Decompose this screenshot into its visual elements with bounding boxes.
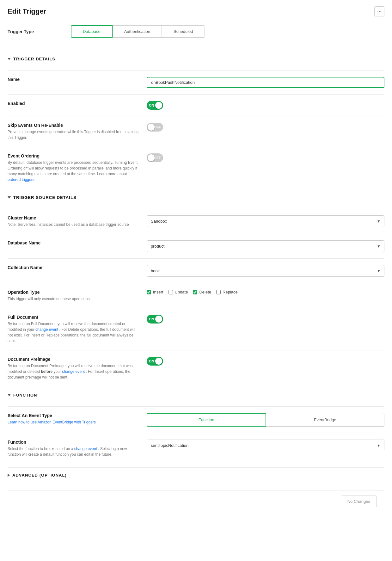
full-document-label: Full Document	[8, 315, 139, 320]
operation-type-checkboxes: Insert Update Delete Replace	[147, 290, 238, 294]
replace-checkbox[interactable]	[216, 290, 221, 294]
advanced-section-title: ADVANCED (OPTIONAL)	[12, 473, 67, 478]
trigger-type-authentication[interactable]: Authentication	[113, 25, 162, 38]
name-label: Name	[8, 77, 139, 82]
trigger-source-section: TRIGGER SOURCE DETAILS Cluster Name Note…	[8, 193, 384, 386]
toggle-knob	[148, 124, 155, 131]
full-document-desc: By turning on Full Document, you will re…	[8, 321, 139, 344]
collection-name-label: Collection Name	[8, 265, 139, 270]
eventbridge-link[interactable]: Learn how to use Amazon EventBridge with…	[8, 420, 96, 424]
cluster-name-row: Cluster Name Note: Serverless instances …	[8, 209, 384, 234]
document-preimage-row: Document Preimage By turning on Document…	[8, 350, 384, 386]
chevron-down-icon	[8, 196, 11, 199]
cluster-name-select-wrapper: Sandbox ▼	[147, 215, 384, 227]
bottom-bar: No Changes	[8, 490, 384, 512]
no-changes-button[interactable]: No Changes	[341, 496, 377, 507]
trigger-details-header: TRIGGER DETAILS	[8, 54, 384, 64]
name-input[interactable]	[147, 77, 384, 88]
replace-checkbox-item[interactable]: Replace	[216, 290, 238, 294]
trigger-type-label: Trigger Type	[8, 29, 71, 34]
enabled-toggle-label: ON	[149, 103, 154, 107]
preimage-change-event-link[interactable]: change event	[62, 369, 85, 374]
function-section: FUNCTION Select An Event Type Learn how …	[8, 390, 384, 464]
chevron-down-icon	[8, 394, 11, 396]
chevron-right-icon	[8, 474, 10, 477]
skip-events-toggle-label: OFF	[154, 125, 161, 129]
enabled-label: Enabled	[8, 101, 139, 106]
event-ordering-desc: By default, database trigger events are …	[8, 160, 139, 182]
ordered-triggers-link[interactable]: ordered triggers	[8, 177, 34, 182]
database-name-select[interactable]: product	[147, 240, 384, 252]
function-row: Function Select the function to be execu…	[8, 433, 384, 464]
trigger-details-title: TRIGGER DETAILS	[13, 57, 55, 61]
full-document-toggle[interactable]: ON	[147, 315, 163, 324]
full-document-change-event-link[interactable]: change event	[35, 327, 58, 332]
toggle-knob	[155, 102, 162, 109]
insert-checkbox-item[interactable]: Insert	[147, 290, 163, 294]
select-event-type-desc: Learn how to use Amazon EventBridge with…	[8, 419, 139, 425]
trigger-type-scheduled[interactable]: Scheduled	[162, 25, 205, 38]
document-preimage-toggle[interactable]: ON	[147, 357, 163, 366]
event-ordering-toggle-label: OFF	[154, 156, 161, 160]
name-row: Name	[8, 70, 384, 94]
trigger-type-buttons: Database Authentication Scheduled	[71, 25, 205, 38]
database-name-row: Database Name product ▼	[8, 234, 384, 258]
more-icon: ···	[377, 9, 381, 14]
insert-label: Insert	[153, 290, 163, 294]
operation-type-row: Operation Type This trigger will only ex…	[8, 283, 384, 308]
function-select[interactable]: sentTopicNotification	[147, 440, 384, 451]
function-desc: Select the function to be executed on a …	[8, 446, 139, 457]
skip-events-label: Skip Events On Re-Enable	[8, 123, 139, 128]
cluster-name-select[interactable]: Sandbox	[147, 215, 384, 227]
function-section-header: FUNCTION	[8, 390, 384, 400]
insert-checkbox[interactable]	[147, 290, 151, 294]
select-event-type-row: Select An Event Type Learn how to use Am…	[8, 406, 384, 433]
trigger-source-title: TRIGGER SOURCE DETAILS	[13, 195, 77, 200]
page-title: Edit Trigger	[8, 7, 46, 15]
skip-events-row: Skip Events On Re-Enable Prevents change…	[8, 116, 384, 147]
function-section-title: FUNCTION	[13, 393, 37, 398]
update-checkbox-item[interactable]: Update	[168, 290, 188, 294]
skip-events-toggle[interactable]: OFF	[147, 123, 163, 132]
event-ordering-label: Event Ordering	[8, 153, 139, 158]
delete-checkbox-item[interactable]: Delete	[193, 290, 211, 294]
select-event-type-label: Select An Event Type	[8, 413, 139, 418]
collection-name-select-wrapper: book ▼	[147, 265, 384, 277]
event-type-function-btn[interactable]: Function	[147, 413, 266, 427]
database-name-label: Database Name	[8, 240, 139, 245]
update-checkbox[interactable]	[168, 290, 173, 294]
toggle-knob	[155, 358, 162, 365]
toggle-knob	[155, 316, 162, 323]
enabled-toggle[interactable]: ON	[147, 101, 163, 110]
replace-label: Replace	[223, 290, 238, 294]
trigger-type-database[interactable]: Database	[71, 25, 113, 38]
collection-name-row: Collection Name book ▼	[8, 258, 384, 283]
full-document-toggle-label: ON	[149, 317, 154, 321]
cluster-name-desc: Note: Serverless instances cannot be use…	[8, 222, 139, 227]
trigger-details-section: TRIGGER DETAILS Name Enabled ON	[8, 54, 384, 189]
page-header: Edit Trigger ···	[8, 6, 384, 16]
function-select-wrapper: sentTopicNotification ▼	[147, 440, 384, 451]
toggle-knob	[148, 154, 155, 161]
document-preimage-desc: By turning on Document Preimage, you wil…	[8, 363, 139, 380]
more-options-button[interactable]: ···	[374, 6, 384, 16]
update-label: Update	[175, 290, 188, 294]
delete-label: Delete	[199, 290, 211, 294]
collection-name-select[interactable]: book	[147, 265, 384, 277]
advanced-section-header[interactable]: ADVANCED (OPTIONAL)	[8, 467, 384, 483]
document-preimage-label: Document Preimage	[8, 357, 139, 362]
full-document-row: Full Document By turning on Full Documen…	[8, 308, 384, 350]
trigger-type-row: Trigger Type Database Authentication Sch…	[8, 25, 384, 44]
event-type-eventbridge-btn[interactable]: EventBridge	[266, 413, 385, 427]
cluster-name-label: Cluster Name	[8, 215, 139, 220]
document-preimage-toggle-label: ON	[149, 359, 154, 363]
trigger-source-header: TRIGGER SOURCE DETAILS	[8, 193, 384, 202]
chevron-down-icon	[8, 58, 11, 60]
event-ordering-toggle[interactable]: OFF	[147, 153, 163, 162]
function-change-event-link[interactable]: change event	[74, 447, 97, 451]
event-ordering-row: Event Ordering By default, database trig…	[8, 147, 384, 189]
skip-events-desc: Prevents change events generated while t…	[8, 129, 139, 140]
database-name-select-wrapper: product ▼	[147, 240, 384, 252]
delete-checkbox[interactable]	[193, 290, 197, 294]
event-type-buttons: Function EventBridge	[147, 413, 384, 427]
